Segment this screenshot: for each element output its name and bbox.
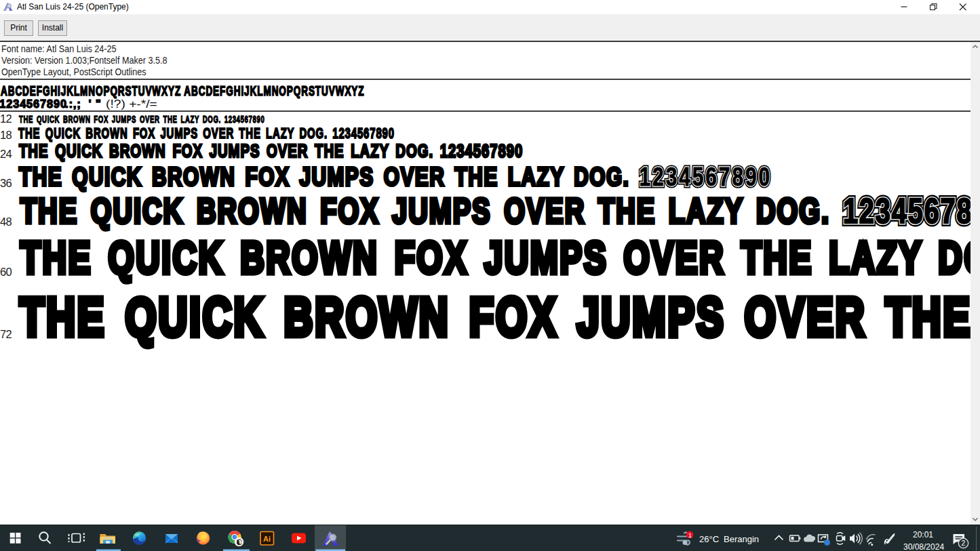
svg-text:Ai: Ai <box>263 535 271 543</box>
svg-text:1: 1 <box>688 532 692 539</box>
svg-text:2: 2 <box>962 539 966 547</box>
